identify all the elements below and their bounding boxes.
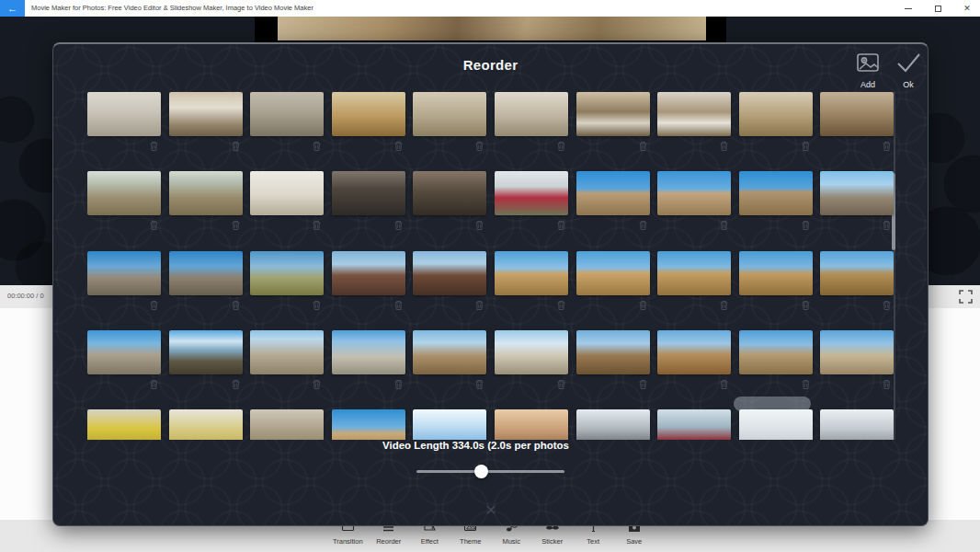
photo-thumbnail[interactable] <box>576 171 650 215</box>
photo-thumbnail[interactable] <box>332 92 405 136</box>
photo-thumbnail[interactable] <box>250 92 324 136</box>
photo-thumbnail[interactable] <box>820 409 894 440</box>
photo-thumbnail[interactable] <box>332 251 405 295</box>
delete-photo-icon[interactable] <box>474 377 484 388</box>
ok-button[interactable]: Ok <box>888 52 929 89</box>
delete-photo-icon[interactable] <box>312 298 322 309</box>
delete-photo-icon[interactable] <box>801 218 811 229</box>
delete-photo-icon[interactable] <box>393 218 404 229</box>
photo-thumbnail[interactable] <box>657 171 731 215</box>
photo-thumbnail[interactable] <box>250 330 324 374</box>
photo-thumbnail[interactable] <box>87 171 161 215</box>
photo-thumbnail[interactable] <box>495 409 568 440</box>
delete-photo-icon[interactable] <box>149 139 159 150</box>
delete-photo-icon[interactable] <box>393 377 404 388</box>
delete-photo-icon[interactable] <box>556 298 566 309</box>
slider-knob[interactable] <box>474 465 488 478</box>
delete-photo-icon[interactable] <box>882 377 892 388</box>
photo-thumbnail[interactable] <box>87 92 161 136</box>
photo-thumbnail[interactable] <box>169 409 243 440</box>
photo-thumbnail[interactable] <box>576 92 650 136</box>
photo-thumbnail[interactable] <box>413 171 486 215</box>
delete-photo-icon[interactable] <box>312 377 322 388</box>
photo-thumbnail[interactable] <box>739 409 813 440</box>
dialog-close-button[interactable]: ✕ <box>473 500 509 521</box>
photo-thumbnail[interactable] <box>413 251 486 295</box>
photo-thumbnail[interactable] <box>169 171 243 215</box>
delete-photo-icon[interactable] <box>312 218 322 229</box>
delete-photo-icon[interactable] <box>638 377 648 388</box>
photo-thumbnail[interactable] <box>250 171 324 215</box>
photo-thumbnail[interactable] <box>657 251 731 295</box>
photo-thumbnail[interactable] <box>495 330 568 374</box>
delete-photo-icon[interactable] <box>882 218 892 229</box>
photo-thumbnail[interactable] <box>413 409 486 440</box>
delete-photo-icon[interactable] <box>231 139 241 150</box>
photo-thumbnail[interactable] <box>495 251 568 295</box>
delete-photo-icon[interactable] <box>231 298 241 309</box>
photo-thumbnail[interactable] <box>87 251 161 295</box>
delete-photo-icon[interactable] <box>882 139 892 150</box>
delete-photo-icon[interactable] <box>801 298 811 309</box>
photo-thumbnail[interactable] <box>739 251 813 295</box>
delete-photo-icon[interactable] <box>556 139 566 150</box>
photo-thumbnail[interactable] <box>169 92 243 136</box>
photo-thumbnail[interactable] <box>576 409 650 440</box>
delete-photo-icon[interactable] <box>719 377 729 388</box>
delete-photo-icon[interactable] <box>638 139 648 150</box>
photo-thumbnail[interactable] <box>332 171 405 215</box>
delete-photo-icon[interactable] <box>801 139 811 150</box>
delete-photo-icon[interactable] <box>474 298 484 309</box>
photo-thumbnail[interactable] <box>87 409 161 440</box>
photo-thumbnail[interactable] <box>169 330 243 374</box>
photo-thumbnail[interactable] <box>739 92 813 136</box>
minimize-button[interactable] <box>901 2 916 15</box>
delete-photo-icon[interactable] <box>149 298 159 309</box>
delete-photo-icon[interactable] <box>719 139 729 150</box>
delete-photo-icon[interactable] <box>556 218 566 229</box>
delete-photo-icon[interactable] <box>801 377 811 388</box>
photo-thumbnail[interactable] <box>576 251 650 295</box>
fullscreen-icon[interactable] <box>959 290 973 304</box>
photo-thumbnail[interactable] <box>820 92 894 136</box>
delete-photo-icon[interactable] <box>393 298 404 309</box>
photo-thumbnail[interactable] <box>739 171 813 215</box>
photo-thumbnail[interactable] <box>576 330 650 374</box>
delete-photo-icon[interactable] <box>474 139 484 150</box>
photo-thumbnail[interactable] <box>657 409 731 440</box>
photo-thumbnail[interactable] <box>739 330 813 374</box>
delete-photo-icon[interactable] <box>312 139 322 150</box>
delete-photo-icon[interactable] <box>638 298 648 309</box>
photo-duration-slider[interactable] <box>416 463 564 479</box>
add-photos-button[interactable]: Add <box>848 52 888 89</box>
delete-photo-icon[interactable] <box>393 139 404 150</box>
delete-photo-icon[interactable] <box>474 218 484 229</box>
photo-thumbnail[interactable] <box>413 92 486 136</box>
photo-thumbnail[interactable] <box>250 251 324 295</box>
photo-thumbnail[interactable] <box>495 171 568 215</box>
photo-thumbnail[interactable] <box>657 92 731 136</box>
photo-thumbnail[interactable] <box>495 92 568 136</box>
photo-thumbnail[interactable] <box>332 409 405 440</box>
delete-photo-icon[interactable] <box>882 298 892 309</box>
back-button[interactable]: ← <box>0 0 25 17</box>
delete-photo-icon[interactable] <box>719 218 729 229</box>
delete-photo-icon[interactable] <box>231 377 241 388</box>
delete-photo-icon[interactable] <box>231 218 241 229</box>
photo-thumbnail[interactable] <box>250 409 324 440</box>
delete-photo-icon[interactable] <box>556 377 566 388</box>
photo-thumbnail[interactable] <box>820 171 894 215</box>
photo-thumbnail[interactable] <box>413 330 486 374</box>
photo-thumbnail[interactable] <box>87 330 161 374</box>
maximize-button[interactable] <box>930 2 945 15</box>
delete-photo-icon[interactable] <box>149 218 159 229</box>
photo-thumbnail[interactable] <box>820 251 894 295</box>
delete-photo-icon[interactable] <box>638 218 648 229</box>
photo-thumbnail[interactable] <box>169 251 243 295</box>
delete-photo-icon[interactable] <box>719 298 729 309</box>
delete-photo-icon[interactable] <box>149 377 159 388</box>
photo-thumbnail[interactable] <box>820 330 894 374</box>
photo-thumbnail[interactable] <box>332 330 405 374</box>
close-button[interactable]: ✕ <box>960 2 974 15</box>
photo-thumbnail[interactable] <box>657 330 731 374</box>
